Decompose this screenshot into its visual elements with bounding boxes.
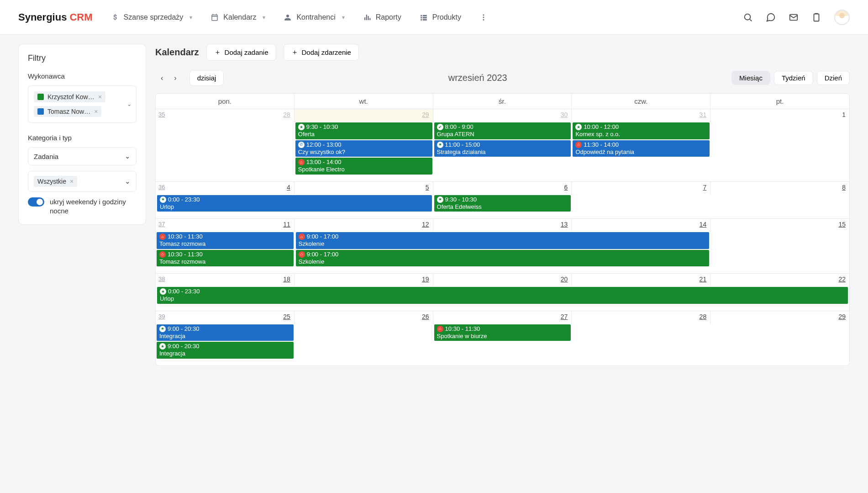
calendar-event[interactable]: ★10:00 - 12:00Kornex sp. z o.o.	[573, 122, 710, 139]
day-cell[interactable]: 12	[295, 219, 433, 232]
calendar-event[interactable]: ★9:00 - 20:30Integracja	[157, 342, 294, 359]
color-swatch	[37, 94, 44, 100]
empty-cell	[710, 122, 849, 140]
view-day-button[interactable]: Dzień	[817, 71, 850, 85]
calendar-event[interactable]: ★9:00 - 20:30Integracja	[157, 324, 294, 341]
mail-icon[interactable]	[789, 12, 799, 22]
day-cell[interactable]: 11	[156, 219, 295, 232]
clipboard-icon[interactable]	[811, 12, 821, 22]
chevron-down-icon: ⌄	[125, 152, 131, 160]
performer-chip-krzysztof: Krzysztof Kow… ×	[34, 91, 105, 102]
calendar-event[interactable]: ★9:30 - 10:30Oferta Edelweiss	[434, 195, 571, 212]
event-title: Urlop	[160, 203, 429, 211]
nav-products[interactable]: Produkty	[420, 13, 461, 21]
nav-reports[interactable]: Raporty	[363, 13, 401, 21]
calendar-event[interactable]: ⌂10:30 - 11:30Tomasz rozmowa	[157, 232, 294, 249]
nav-contractors[interactable]: Kontrahenci ▾	[284, 13, 344, 21]
nav-arrows: ‹ ›	[155, 74, 182, 82]
today-button[interactable]: dzisiaj	[189, 70, 224, 86]
add-task-button[interactable]: ＋ Dodaj zadanie	[206, 44, 276, 61]
search-icon[interactable]	[743, 12, 753, 22]
briefcase-icon: ⌂	[159, 251, 166, 258]
prev-month-button[interactable]: ‹	[161, 74, 163, 82]
remove-icon[interactable]: ×	[98, 93, 102, 101]
button-label: Dodaj zdarzenie	[302, 48, 351, 56]
event-title: Odpowiedź na pytania	[575, 148, 707, 156]
remove-icon[interactable]: ×	[70, 178, 74, 185]
nav-sales-opportunities[interactable]: Szanse sprzedaży ▾	[111, 13, 193, 21]
view-week-button[interactable]: Tydzień	[774, 71, 813, 85]
calendar-event[interactable]: ✔8:00 - 9:00Grupa ATERN	[434, 122, 571, 139]
day-cell[interactable]: 1	[710, 109, 849, 122]
day-cell[interactable]: 25	[156, 311, 295, 324]
day-cell[interactable]: 20	[433, 274, 572, 286]
day-cell[interactable]: 18	[156, 274, 295, 286]
day-cell[interactable]: 14	[572, 219, 710, 232]
calendar-event[interactable]: ★0:00 - 23:30Urlop	[157, 287, 848, 304]
day-cell[interactable]: 5	[295, 182, 433, 195]
event-time: 9:00 - 17:00	[307, 251, 338, 258]
day-cell[interactable]: 6	[433, 182, 572, 195]
empty-cell	[710, 157, 849, 175]
empty-cell	[710, 324, 849, 342]
add-event-button[interactable]: ＋ Dodaj zdarzenie	[284, 44, 359, 61]
day-header: śr.	[433, 94, 572, 109]
calendar-event[interactable]: ⌂13:00 - 14:00Spotkanie Electro	[295, 158, 432, 175]
calendar-week: 35282930311★9:30 - 10:30Oferta✔8:00 - 9:…	[156, 109, 849, 182]
day-cell[interactable]: 29	[295, 109, 433, 122]
day-cell[interactable]: 30	[433, 109, 572, 122]
star-icon: ★	[159, 343, 166, 350]
hide-weekends-toggle[interactable]	[28, 197, 44, 207]
week-number[interactable]: 35	[158, 111, 165, 118]
day-cell[interactable]: 27	[433, 311, 572, 324]
day-cell[interactable]: 4	[156, 182, 295, 195]
user-avatar[interactable]	[834, 10, 850, 25]
empty-cell	[156, 140, 295, 158]
day-cell[interactable]: 26	[295, 311, 433, 324]
calendar-event[interactable]: ★9:30 - 10:30Oferta	[295, 122, 432, 139]
day-cell[interactable]: 8	[710, 182, 849, 195]
calendar-event[interactable]: ⌂11:30 - 14:00Odpowiedź na pytania	[573, 140, 710, 157]
day-cell[interactable]: 29	[710, 311, 849, 324]
calendar-event[interactable]: ★11:00 - 15:00Strategia działania	[434, 140, 571, 157]
empty-cell	[572, 195, 710, 212]
star-icon: ★	[437, 142, 443, 148]
filter-chip-all: Wszystkie ×	[34, 176, 77, 187]
calendar-event[interactable]: ⌂10:30 - 11:30Spotkanie w biurze	[434, 324, 571, 341]
event-title: Tomasz rozmowa	[159, 258, 291, 265]
nav-calendar[interactable]: Kalendarz ▾	[210, 13, 265, 21]
calendar-event[interactable]: ⌂9:00 - 17:00Szkolenie	[296, 232, 709, 249]
calendar-event[interactable]: ⌂10:30 - 11:30Tomasz rozmowa	[157, 250, 294, 267]
chat-icon[interactable]	[766, 12, 776, 22]
empty-cell	[572, 324, 710, 342]
day-cell[interactable]: 28	[156, 109, 295, 122]
nav-more[interactable]	[479, 13, 488, 21]
calendar-event[interactable]: ★0:00 - 23:30Urlop	[157, 195, 432, 212]
view-switcher: Miesiąc Tydzień Dzień	[731, 71, 850, 85]
day-cell[interactable]: 28	[572, 311, 710, 324]
svg-point-1	[483, 16, 484, 18]
day-cell[interactable]: 7	[572, 182, 710, 195]
check-icon: ✔	[437, 124, 443, 130]
event-time: 12:00 - 13:00	[306, 141, 342, 148]
nav-label: Raporty	[376, 13, 401, 21]
next-month-button[interactable]: ›	[174, 74, 176, 82]
view-month-button[interactable]: Miesiąc	[731, 71, 770, 85]
performer-select[interactable]: Krzysztof Kow… × Tomasz Now… × ⌄	[28, 85, 137, 123]
calendar-event[interactable]: ✆12:00 - 13:00Czy wszystko ok?	[295, 140, 432, 157]
category-select[interactable]: Zadania ⌄	[28, 147, 137, 165]
remove-icon[interactable]: ×	[94, 108, 98, 115]
week-number[interactable]: 37	[158, 221, 165, 228]
day-cell[interactable]: 15	[710, 219, 849, 232]
calendar-event[interactable]: ⌂9:00 - 17:00Szkolenie	[296, 250, 709, 267]
nav-label: Kontrahenci	[296, 13, 335, 21]
day-cell[interactable]: 21	[572, 274, 710, 286]
week-number[interactable]: 39	[158, 313, 165, 320]
type-select[interactable]: Wszystkie × ⌄	[28, 171, 137, 192]
week-number[interactable]: 36	[158, 184, 165, 191]
day-cell[interactable]: 19	[295, 274, 433, 286]
day-cell[interactable]: 13	[433, 219, 572, 232]
day-cell[interactable]: 31	[572, 109, 710, 122]
week-number[interactable]: 38	[158, 276, 165, 282]
day-cell[interactable]: 22	[710, 274, 849, 286]
